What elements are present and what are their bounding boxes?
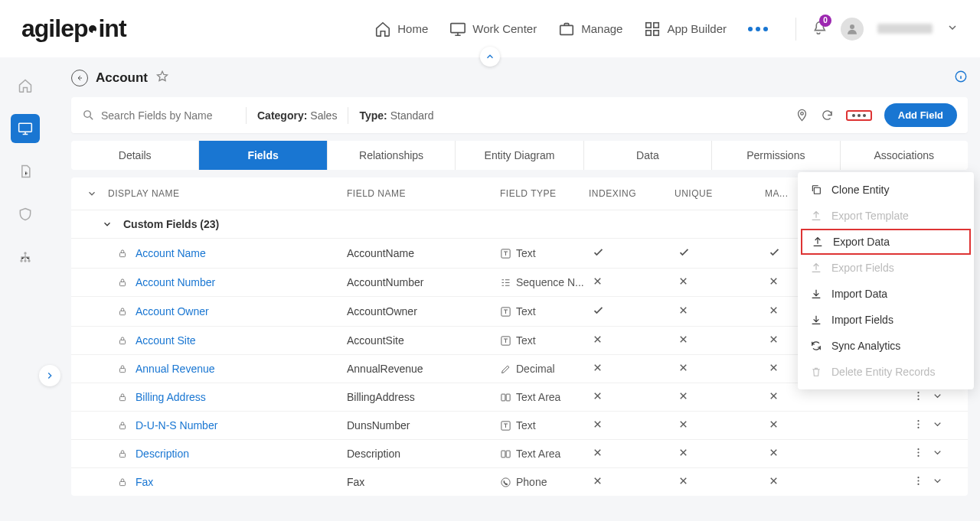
user-menu-toggle[interactable] (946, 21, 959, 37)
tab-permissions[interactable]: Permissions (712, 141, 840, 170)
unique-cell (675, 390, 765, 404)
type-icon (500, 306, 511, 317)
user-name (877, 24, 933, 34)
field-link[interactable]: Description (87, 448, 347, 460)
row-actions-button[interactable] (913, 418, 924, 432)
menu-import-data[interactable]: Import Data (798, 281, 974, 307)
table-row: D-U-N-S NumberDunsNumberText (71, 411, 968, 439)
row-actions-button[interactable] (913, 390, 924, 404)
nav-more-button[interactable] (748, 27, 768, 31)
trash-icon (810, 366, 822, 378)
row-expand-button[interactable] (932, 390, 943, 404)
tab-entity-diagram[interactable]: Entity Diagram (456, 141, 583, 170)
download-icon (810, 314, 822, 326)
category-label: Category: (257, 109, 307, 122)
home-icon (18, 78, 33, 93)
logo: agilepint (21, 15, 126, 43)
nav-home[interactable]: Home (374, 21, 428, 37)
table-row: DescriptionDescriptionText Area (71, 439, 968, 467)
mandatory-cell (765, 447, 834, 461)
tab-relationships[interactable]: Relationships (328, 141, 456, 170)
menu-import-fields[interactable]: Import Fields (798, 307, 974, 333)
menu-clone-entity[interactable]: Clone Entity (798, 177, 974, 203)
field-link[interactable]: D-U-N-S Number (87, 419, 347, 431)
chevron-down-icon (87, 188, 97, 199)
lock-icon (117, 477, 128, 487)
field-link[interactable]: Account Name (87, 247, 347, 259)
menu-sync-analytics[interactable]: Sync Analytics (798, 333, 974, 359)
back-button[interactable] (71, 70, 88, 86)
nav-app-builder[interactable]: App Builder (644, 21, 727, 37)
col-indexing: INDEXING (589, 188, 675, 199)
upload-icon (810, 262, 822, 274)
vdots-icon (913, 475, 924, 487)
row-expand-button[interactable] (932, 418, 943, 432)
menu-export-data[interactable]: Export Data (801, 229, 971, 255)
col-display-name: DISPLAY NAME (108, 188, 180, 199)
row-expand-button[interactable] (932, 447, 943, 461)
notifications-button[interactable]: 0 (810, 19, 827, 39)
info-button[interactable] (954, 70, 968, 86)
search-input[interactable] (101, 109, 224, 122)
sync-icon (810, 340, 822, 352)
indexing-cell (589, 418, 675, 432)
field-link[interactable]: Annual Revenue (87, 363, 347, 375)
sidebar-entities[interactable] (11, 114, 40, 143)
indexing-cell (589, 390, 675, 404)
sidebar-sitemap[interactable] (11, 243, 40, 272)
sidebar-documents[interactable] (11, 157, 40, 186)
nav-manage[interactable]: Manage (558, 21, 622, 37)
sidebar-home[interactable] (11, 71, 40, 100)
chevron-right-icon (44, 370, 55, 381)
favorite-button[interactable] (155, 70, 169, 86)
filter-bar: Category:Sales Type:Standard Add Field (71, 97, 968, 133)
indexing-cell (589, 246, 675, 261)
field-link[interactable]: Billing Address (87, 391, 347, 403)
main-content: Account Category:Sales Type:Standard Add… (50, 57, 980, 521)
type-icon (500, 392, 511, 403)
tab-data[interactable]: Data (584, 141, 712, 170)
field-type: Text Area (500, 391, 589, 403)
briefcase-icon (558, 21, 575, 37)
monitor-icon (18, 121, 33, 136)
field-name: AccountSite (347, 334, 500, 347)
user-avatar[interactable] (841, 18, 864, 41)
sidebar-security[interactable] (11, 200, 40, 229)
field-link[interactable]: Account Owner (87, 305, 347, 317)
table-row: FaxFaxPhone (71, 467, 968, 496)
field-link[interactable]: Account Number (87, 276, 347, 288)
grid-icon (644, 21, 661, 37)
expand-sidebar-button[interactable] (39, 365, 60, 386)
field-link[interactable]: Account Site (87, 334, 347, 347)
type-icon (500, 448, 511, 460)
pin-button[interactable] (795, 109, 808, 122)
row-actions-button[interactable] (913, 447, 924, 461)
col-unique: UNIQUE (675, 188, 765, 199)
menu-delete-entity-records: Delete Entity Records (798, 359, 974, 385)
row-expand-button[interactable] (932, 475, 943, 489)
type-icon (500, 277, 511, 288)
nav-work-center[interactable]: Work Center (449, 21, 537, 37)
tab-fields[interactable]: Fields (199, 141, 327, 170)
add-field-button[interactable]: Add Field (884, 103, 957, 127)
unique-cell (675, 304, 765, 318)
refresh-button[interactable] (821, 109, 834, 122)
unique-cell (675, 246, 765, 261)
unique-cell (675, 475, 765, 489)
field-type: Text (500, 419, 589, 431)
shield-icon (18, 207, 33, 222)
collapse-header-button[interactable] (480, 47, 500, 67)
more-actions-menu: Clone EntityExport TemplateExport DataEx… (798, 172, 974, 389)
unique-cell (675, 447, 765, 461)
more-actions-button[interactable] (846, 110, 872, 121)
tab-associations[interactable]: Associations (841, 141, 968, 170)
field-link[interactable]: Fax (87, 476, 347, 488)
mandatory-cell (765, 475, 834, 489)
row-actions-button[interactable] (913, 475, 924, 489)
chevron-down-icon (946, 21, 959, 34)
lock-icon (117, 448, 128, 459)
field-name: AccountOwner (347, 305, 500, 317)
lock-icon (117, 306, 128, 317)
indexing-cell (589, 334, 675, 347)
tab-details[interactable]: Details (71, 141, 199, 170)
